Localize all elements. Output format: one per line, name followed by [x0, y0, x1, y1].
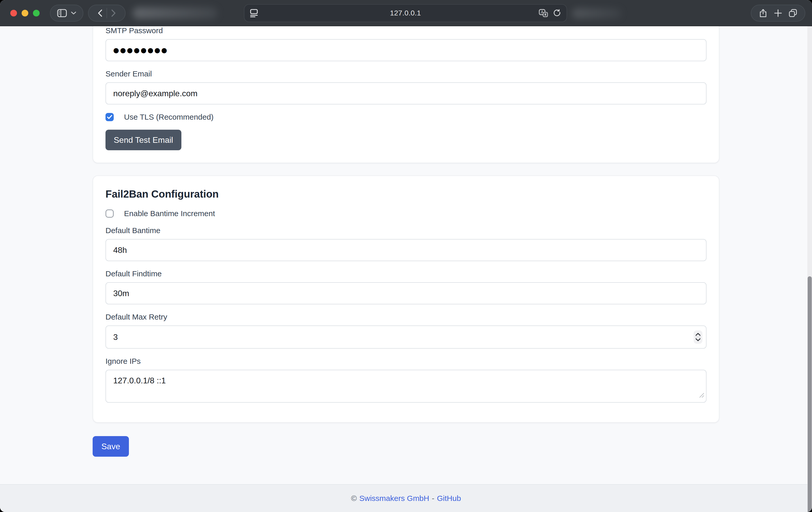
max-retry-value: 3	[106, 333, 118, 342]
address-bar[interactable]: 127.0.0.1 A	[244, 4, 567, 22]
ignore-ips-label: Ignore IPs	[106, 357, 706, 366]
translate-icon[interactable]: A	[539, 9, 548, 17]
use-tls-label: Use TLS (Recommended)	[124, 113, 213, 121]
site-footer: © Swissmakers GmbH - GitHub	[0, 484, 812, 512]
check-icon	[107, 115, 112, 119]
nav-divider	[107, 8, 107, 18]
sidebar-icon[interactable]	[57, 9, 67, 17]
stepper-down-icon	[695, 338, 701, 341]
screen: 127.0.0.1 A	[0, 0, 812, 512]
smtp-password-label: SMTP Password	[106, 26, 706, 35]
default-bantime-input[interactable]	[106, 239, 706, 261]
share-icon[interactable]	[759, 9, 767, 18]
sidebar-toggle-group[interactable]	[50, 5, 83, 22]
tabs-overview-icon[interactable]	[789, 9, 797, 17]
default-max-retry-label: Default Max Retry	[106, 313, 706, 321]
footer-separator: -	[432, 494, 434, 503]
bantime-increment-label: Enable Bantime Increment	[124, 209, 215, 218]
browser-toolbar: 127.0.0.1 A	[0, 0, 812, 26]
scrollbar-thumb[interactable]	[808, 276, 812, 512]
default-max-retry-input[interactable]: 3	[106, 325, 706, 349]
sender-email-label: Sender Email	[106, 69, 706, 78]
reload-icon[interactable]	[553, 9, 561, 17]
zoom-window-button[interactable]	[33, 10, 40, 17]
default-findtime-label: Default Findtime	[106, 269, 706, 278]
close-window-button[interactable]	[10, 10, 17, 17]
minimize-window-button[interactable]	[22, 10, 28, 17]
forward-icon[interactable]	[111, 9, 116, 17]
chevron-down-icon[interactable]	[71, 11, 76, 15]
back-icon[interactable]	[98, 9, 103, 17]
url-text[interactable]: 127.0.0.1	[275, 9, 536, 17]
stepper-up-icon	[695, 333, 701, 336]
github-link[interactable]: GitHub	[437, 494, 461, 503]
page-layout-icon[interactable]	[250, 9, 258, 17]
resize-handle-icon[interactable]	[699, 391, 704, 400]
company-link[interactable]: Swissmakers GmbH	[359, 494, 429, 503]
save-button[interactable]: Save	[93, 436, 129, 457]
blurred-tab-title	[133, 7, 218, 19]
smtp-password-input[interactable]	[106, 39, 706, 61]
page-scrollbar[interactable]	[807, 26, 812, 512]
new-tab-icon[interactable]	[774, 9, 782, 17]
copyright-symbol: ©	[351, 494, 357, 503]
fail2ban-title: Fail2Ban Configuration	[106, 188, 706, 200]
default-findtime-input[interactable]	[106, 282, 706, 304]
default-bantime-label: Default Bantime	[106, 226, 706, 235]
use-tls-checkbox[interactable]	[106, 113, 114, 121]
fail2ban-config-card: Fail2Ban Configuration Enable Bantime In…	[93, 175, 719, 423]
page-content: SMTP Password Sender Email Use TLS (Reco…	[0, 26, 812, 512]
sender-email-input[interactable]	[106, 82, 706, 105]
safari-window: 127.0.0.1 A	[0, 0, 812, 512]
number-stepper[interactable]	[694, 330, 702, 344]
nav-buttons-group	[88, 5, 125, 22]
toolbar-actions-group	[751, 5, 805, 22]
send-test-email-button[interactable]: Send Test Email	[106, 130, 181, 150]
bantime-increment-checkbox[interactable]	[106, 209, 114, 218]
smtp-settings-card: SMTP Password Sender Email Use TLS (Reco…	[93, 26, 719, 163]
blurred-toolbar-item	[572, 8, 621, 19]
ignore-ips-textarea[interactable]: 127.0.0.1/8 ::1	[106, 370, 706, 403]
